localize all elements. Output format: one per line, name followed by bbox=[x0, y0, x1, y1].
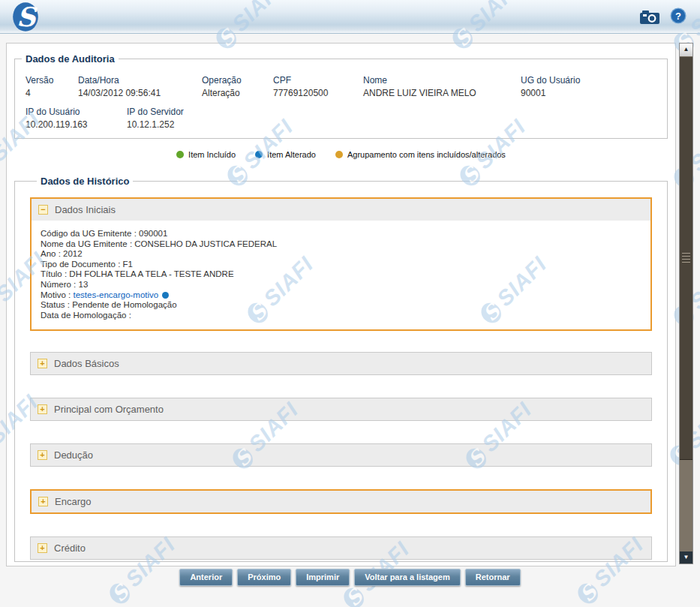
history-field-line: Motivo : testes-encargo-motivo bbox=[41, 290, 641, 301]
panel-title: Dedução bbox=[54, 449, 93, 461]
field-label: Versão bbox=[26, 75, 72, 86]
panel-principal-com-orcamento: +Principal com Orçamento bbox=[30, 398, 652, 421]
status-legend: Item IncluídoItem AlteradoAgrupamento co… bbox=[7, 149, 675, 161]
field-label: Data/Hora bbox=[78, 75, 196, 86]
panel-dados-basicos: +Dados Básicos bbox=[30, 352, 652, 375]
audit-field: CPF77769120500 bbox=[273, 75, 363, 98]
topbar: ? bbox=[0, 0, 700, 34]
panel-title: Principal com Orçamento bbox=[54, 404, 164, 415]
expand-icon[interactable]: + bbox=[38, 543, 47, 553]
question-mark-icon: ? bbox=[670, 8, 686, 24]
audit-fields-row-2: IP do Usuário10.200.119.163IP do Servido… bbox=[15, 107, 667, 130]
panel-title: Dados Iniciais bbox=[55, 204, 116, 215]
panel-header-dados-basicos[interactable]: +Dados Básicos bbox=[31, 353, 651, 374]
voltar-listagem-button[interactable]: Voltar para a listagem bbox=[354, 569, 461, 586]
panel-title: Encargo bbox=[55, 496, 91, 507]
field-label: IP do Servidor bbox=[127, 107, 286, 117]
field-value: ANDRE LUIZ VIEIRA MELO bbox=[363, 88, 515, 98]
legend-label: Item Alterado bbox=[267, 150, 316, 159]
field-value: 10.12.1.252 bbox=[127, 119, 286, 130]
panel-title: Crédito bbox=[54, 542, 86, 554]
imprimir-button[interactable]: Imprimir bbox=[296, 569, 350, 586]
expand-icon[interactable]: + bbox=[38, 450, 47, 460]
field-value: 10.200.119.163 bbox=[26, 119, 121, 130]
proximo-button[interactable]: Próximo bbox=[237, 569, 291, 586]
scroll-down-arrow-icon[interactable]: ▼ bbox=[680, 551, 692, 563]
retornar-button[interactable]: Retornar bbox=[465, 569, 521, 586]
vertical-scrollbar[interactable]: ▲ ▼ bbox=[679, 43, 693, 564]
panel-header-dados-iniciais[interactable]: −Dados Iniciais bbox=[32, 199, 650, 221]
expand-icon[interactable]: + bbox=[38, 497, 48, 506]
field-value: 90001 bbox=[521, 88, 627, 98]
field-label: UG do Usuário bbox=[521, 75, 627, 86]
field-label: IP do Usuário bbox=[26, 107, 121, 117]
legend-label: Item Incluído bbox=[188, 150, 236, 159]
motivo-link[interactable]: testes-encargo-motivo bbox=[73, 290, 158, 299]
panel-dados-iniciais: −Dados IniciaisCódigo da UG Emitente : 0… bbox=[30, 197, 652, 331]
audit-section-title: Dados de Auditoria bbox=[22, 53, 119, 65]
legend-item: Item Incluído bbox=[176, 150, 236, 159]
panel-title: Dados Básicos bbox=[54, 358, 119, 369]
expand-icon[interactable]: + bbox=[38, 359, 47, 368]
audit-section: Dados de Auditoria Versão4Data/Hora14/03… bbox=[14, 53, 668, 139]
panel-deducao: +Dedução bbox=[30, 443, 652, 467]
screenshot-camera-icon[interactable] bbox=[640, 10, 659, 24]
history-section-title: Dados de Histórico bbox=[37, 176, 133, 187]
history-field-line: Ano : 2012 bbox=[41, 249, 641, 260]
audit-field: IP do Servidor10.12.1.252 bbox=[127, 107, 292, 130]
scrollbar-thumb[interactable] bbox=[680, 56, 692, 460]
legend-dot-icon bbox=[255, 151, 263, 158]
panel-header-principal-com-orcamento[interactable]: +Principal com Orçamento bbox=[31, 398, 651, 420]
history-field-line: Tipo de Documento : F1 bbox=[41, 260, 641, 270]
siafi-logo-watermark-icon bbox=[0, 151, 2, 185]
scrollbar-grip bbox=[682, 253, 690, 263]
field-value: Alteração bbox=[202, 88, 267, 98]
field-label: Operação bbox=[202, 75, 267, 86]
field-label: Motivo : bbox=[41, 290, 73, 299]
history-section: Dados de Histórico −Dados IniciaisCódigo… bbox=[14, 176, 668, 562]
legend-item: Item Alterado bbox=[255, 150, 316, 159]
legend-item: Agrupamento com itens incluídos/alterado… bbox=[335, 150, 506, 159]
history-field-line: Título : DH FOLHA TELA A TELA - TESTE AN… bbox=[41, 269, 641, 280]
anterior-button[interactable]: Anterior bbox=[179, 569, 233, 586]
field-value: 14/03/2012 09:56:41 bbox=[78, 88, 196, 98]
panel-header-encargo[interactable]: +Encargo bbox=[32, 491, 650, 512]
legend-dot-icon bbox=[176, 151, 184, 158]
expand-icon[interactable]: + bbox=[38, 404, 47, 414]
panel-encargo: +Encargo bbox=[30, 489, 652, 514]
legend-dot-icon bbox=[335, 151, 343, 158]
panel-header-deducao[interactable]: +Dedução bbox=[31, 444, 651, 466]
legend-label: Agrupamento com itens incluídos/alterado… bbox=[347, 150, 506, 159]
main-content: Dados de Auditoria Versão4Data/Hora14/03… bbox=[6, 43, 676, 566]
history-field-line: Código da UG Emitente : 090001 bbox=[41, 229, 641, 239]
audit-field: Versão4 bbox=[26, 75, 78, 98]
audit-field: NomeANDRE LUIZ VIEIRA MELO bbox=[363, 75, 521, 98]
field-value: 4 bbox=[26, 88, 72, 98]
panel-header-credito[interactable]: +Crédito bbox=[31, 537, 651, 559]
siafi-logo-icon bbox=[8, 2, 44, 32]
footer-toolbar: AnteriorPróximoImprimirVoltar para a lis… bbox=[0, 569, 700, 586]
camera-icon bbox=[640, 10, 659, 24]
history-panels: −Dados IniciaisCódigo da UG Emitente : 0… bbox=[30, 197, 652, 560]
audit-field: UG do Usuário90001 bbox=[521, 75, 633, 98]
panel-credito: +Crédito bbox=[30, 536, 652, 560]
scroll-up-arrow-icon[interactable]: ▲ bbox=[680, 44, 692, 57]
audit-fields-row-1: Versão4Data/Hora14/03/2012 09:56:41Opera… bbox=[15, 65, 667, 98]
panel-body: Código da UG Emitente : 090001Nome da UG… bbox=[32, 221, 650, 329]
field-value: 77769120500 bbox=[273, 88, 357, 98]
help-icon[interactable]: ? bbox=[670, 8, 686, 24]
history-field-line: Status : Pendente de Homologação bbox=[41, 300, 641, 311]
audit-field: OperaçãoAlteração bbox=[202, 75, 273, 98]
history-field-line: Nome da UG Emitente : CONSELHO DA JUSTIC… bbox=[41, 239, 641, 250]
collapse-icon[interactable]: − bbox=[38, 205, 48, 215]
item-alterado-marker-icon bbox=[162, 292, 169, 299]
audit-field: Data/Hora14/03/2012 09:56:41 bbox=[78, 75, 202, 98]
svg-text:?: ? bbox=[675, 11, 681, 22]
history-field-line: Número : 13 bbox=[41, 280, 641, 290]
history-field-line: Data de Homologação : bbox=[41, 311, 641, 321]
field-label: Nome bbox=[363, 75, 515, 86]
field-label: CPF bbox=[273, 75, 357, 86]
audit-field: IP do Usuário10.200.119.163 bbox=[26, 107, 127, 130]
